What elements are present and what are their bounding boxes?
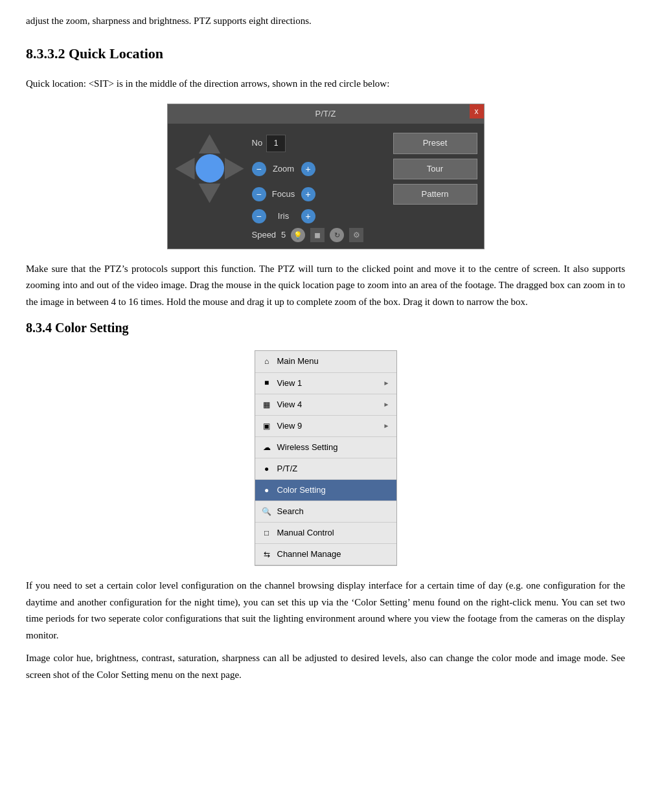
dpad xyxy=(174,133,246,204)
section-quick-heading: 8.3.3.2 Quick Location xyxy=(26,41,625,65)
shield-icon[interactable]: ◼ xyxy=(310,228,325,242)
menu-item-label-9: Channel Manage xyxy=(277,547,390,561)
focus-label: Focus xyxy=(270,187,297,201)
ptz-controls: No 1 Preset − Zoom + Tour − Focus + Patt… xyxy=(252,133,477,242)
focus-plus-button[interactable]: + xyxy=(301,187,315,201)
menu-item-label-4: Wireless Setting xyxy=(277,440,390,455)
menu-item-7[interactable]: 🔍Search xyxy=(255,501,396,523)
menu-item-arrow-2: ► xyxy=(383,399,390,410)
menu-item-5[interactable]: ●P/T/Z xyxy=(255,458,396,480)
ptz-titlebar: P/T/Z x xyxy=(168,104,484,124)
menu-item-arrow-1: ► xyxy=(383,378,390,389)
iris-minus-button[interactable]: − xyxy=(252,209,266,223)
iris-row: − Iris + xyxy=(252,209,477,223)
ptz-screenshot-container: P/T/Z x No 1 Preset xyxy=(26,104,625,249)
focus-minus-button[interactable]: − xyxy=(252,187,266,201)
dpad-down-button[interactable] xyxy=(199,183,221,203)
menu-item-label-6: Color Setting xyxy=(277,483,390,497)
section-color-heading: 8.3.4 Color Setting xyxy=(26,317,625,339)
menu-item-4[interactable]: ☁Wireless Setting xyxy=(255,437,396,458)
no-row: No 1 Preset xyxy=(252,133,477,153)
ptz-window: P/T/Z x No 1 Preset xyxy=(167,104,485,249)
menu-item-2[interactable]: ▦View 4► xyxy=(255,394,396,416)
no-value: 1 xyxy=(266,135,286,152)
intro-text: adjust the zoom, sharpness and brightnes… xyxy=(26,13,625,30)
menu-item-label-3: View 9 xyxy=(277,419,378,433)
color-para1: If you need to set a certain color level… xyxy=(26,578,625,644)
menu-item-icon-0: ⌂ xyxy=(262,357,272,367)
menu-item-3[interactable]: ▣View 9► xyxy=(255,416,396,437)
preset-button[interactable]: Preset xyxy=(393,133,477,153)
menu-item-label-5: P/T/Z xyxy=(277,462,390,476)
zoom-plus-button[interactable]: + xyxy=(301,162,315,176)
menu-item-6[interactable]: ●Color Setting xyxy=(255,480,396,501)
menu-item-icon-9: ⇆ xyxy=(262,549,272,559)
ptz-close-button[interactable]: x xyxy=(470,104,484,118)
menu-item-icon-3: ▣ xyxy=(262,421,272,431)
zoom-label: Zoom xyxy=(270,162,297,176)
dpad-container xyxy=(174,133,246,204)
tour-button[interactable]: Tour xyxy=(393,159,477,179)
quick-para1: Quick location: <SIT> is in the middle o… xyxy=(26,76,625,93)
menu-item-9[interactable]: ⇆Channel Manage xyxy=(255,544,396,565)
menu-item-icon-4: ☁ xyxy=(262,442,272,453)
dpad-left-button[interactable] xyxy=(176,157,195,179)
bulb-icon[interactable]: 💡 xyxy=(291,228,305,242)
menu-item-icon-2: ▦ xyxy=(262,400,272,410)
speed-value: 5 xyxy=(281,228,286,242)
menu-item-icon-1: ■ xyxy=(262,378,272,389)
menu-item-label-8: Manual Control xyxy=(277,526,390,540)
color-para2: Image color hue, brightness, contrast, s… xyxy=(26,650,625,683)
menu-item-icon-7: 🔍 xyxy=(262,506,272,517)
speed-row: Speed 5 💡 ◼ ↻ ⚙ xyxy=(252,228,477,242)
iris-label: Iris xyxy=(270,209,297,223)
dpad-up-button[interactable] xyxy=(199,134,221,153)
dpad-right-button[interactable] xyxy=(225,157,244,179)
menu-item-1[interactable]: ■View 1► xyxy=(255,373,396,394)
menu-item-icon-8: □ xyxy=(262,528,272,538)
menu-item-0[interactable]: ⌂Main Menu xyxy=(255,351,396,372)
menu-item-icon-6: ● xyxy=(262,485,272,495)
focus-row: − Focus + Pattern xyxy=(252,184,477,205)
menu-item-label-2: View 4 xyxy=(277,398,378,412)
zoom-row: − Zoom + Tour xyxy=(252,159,477,179)
ptz-title: P/T/Z xyxy=(315,109,336,118)
speed-label: Speed xyxy=(252,228,277,242)
menu-item-arrow-3: ► xyxy=(383,420,390,431)
zoom-minus-button[interactable]: − xyxy=(252,162,266,176)
iris-plus-button[interactable]: + xyxy=(301,209,315,223)
context-menu: ⌂Main Menu■View 1►▦View 4►▣View 9►☁Wirel… xyxy=(255,350,397,566)
menu-item-label-1: View 1 xyxy=(277,376,378,390)
dpad-center-button[interactable] xyxy=(196,154,224,183)
menu-item-8[interactable]: □Manual Control xyxy=(255,523,396,544)
refresh-icon[interactable]: ↻ xyxy=(330,228,344,242)
context-menu-container: ⌂Main Menu■View 1►▦View 4►▣View 9►☁Wirel… xyxy=(26,350,625,566)
gear-icon[interactable]: ⚙ xyxy=(349,228,363,242)
menu-item-icon-5: ● xyxy=(262,464,272,474)
menu-item-label-0: Main Menu xyxy=(277,354,390,368)
no-label: No xyxy=(252,136,263,150)
menu-item-label-7: Search xyxy=(277,504,390,519)
ptz-body: No 1 Preset − Zoom + Tour − Focus + Patt… xyxy=(168,124,484,248)
quick-para2: Make sure that the PTZ’s protocols suppo… xyxy=(26,261,625,311)
pattern-button[interactable]: Pattern xyxy=(393,184,477,205)
